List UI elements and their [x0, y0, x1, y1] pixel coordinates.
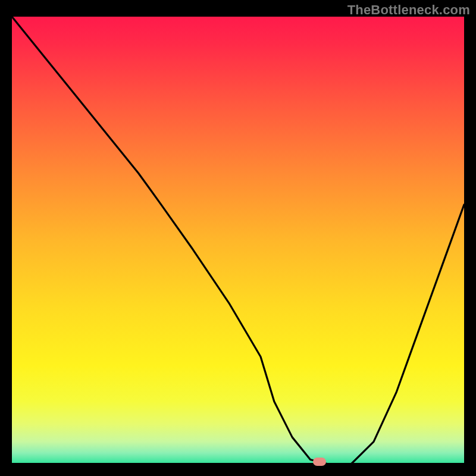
watermark-text: TheBottleneck.com [347, 2, 470, 18]
plot-area [12, 17, 464, 464]
chart-svg [12, 17, 464, 464]
optimal-point-marker [313, 458, 326, 466]
chart-frame: TheBottleneck.com [0, 0, 476, 476]
gradient-background [12, 17, 464, 464]
